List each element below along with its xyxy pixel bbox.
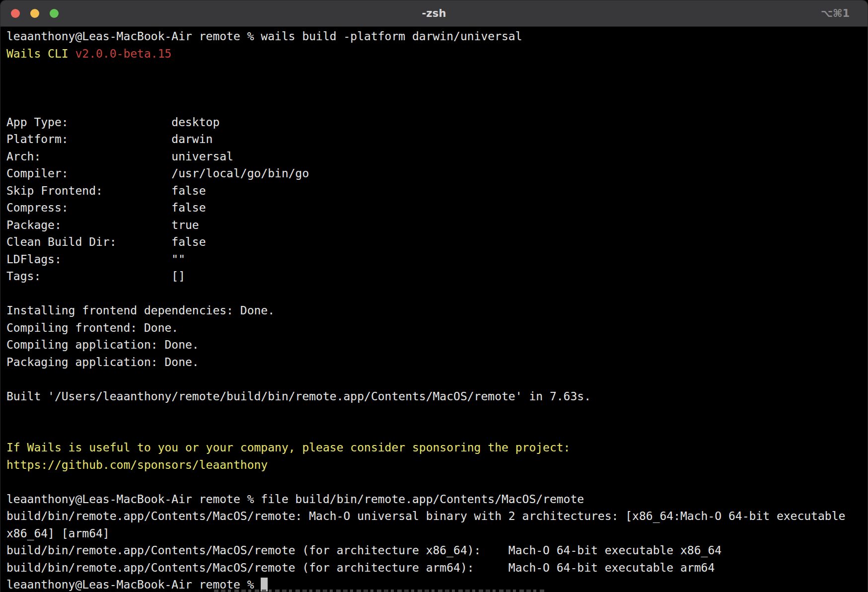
terminal-line: Skip Frontend: false: [6, 182, 868, 200]
terminal-text: Compiling application: Done.: [6, 338, 199, 351]
terminal-text: Tags: []: [6, 270, 185, 283]
clipped-background-text: [214, 590, 544, 592]
terminal-line: leaanthony@Leas-MacBook-Air remote % fil…: [6, 491, 868, 508]
terminal-text: Compiling frontend: Done.: [6, 321, 178, 334]
terminal-line: Compress: false: [6, 199, 868, 217]
terminal-text: If Wails is useful to you or your compan…: [6, 441, 570, 454]
window-shortcut-label: ⌥⌘1: [821, 0, 850, 26]
terminal-line: Clean Build Dir: false: [6, 233, 868, 251]
terminal-line: Arch: universal: [6, 148, 868, 165]
terminal-line: build/bin/remote.app/Contents/MacOS/remo…: [6, 508, 868, 525]
terminal-text: build/bin/remote.app/Contents/MacOS/remo…: [6, 561, 715, 574]
terminal-line: leaanthony@Leas-MacBook-Air remote % wai…: [6, 28, 868, 45]
terminal-line: Compiler: /usr/local/go/bin/go: [6, 165, 868, 182]
terminal-text: Skip Frontend: false: [6, 184, 206, 197]
terminal-window: -zsh ⌥⌘1 leaanthony@Leas-MacBook-Air rem…: [0, 0, 868, 592]
terminal-text: Package: true: [6, 219, 199, 231]
terminal-text: Platform: darwin: [6, 133, 213, 146]
terminal-line: [6, 422, 868, 440]
terminal-line: Package: true: [6, 217, 868, 234]
terminal-line: Wails CLI v2.0.0-beta.15: [6, 45, 868, 63]
terminal-text: Built '/Users/leaanthony/remote/build/bi…: [6, 390, 591, 403]
terminal-text: App Type: desktop: [6, 116, 219, 129]
terminal-line: build/bin/remote.app/Contents/MacOS/remo…: [6, 559, 868, 577]
terminal-line: [6, 473, 868, 491]
terminal-line: [6, 79, 868, 97]
terminal-line: LDFlags: "": [6, 251, 868, 268]
terminal-line: [6, 62, 868, 79]
terminal-text: Compiler: /usr/local/go/bin/go: [6, 167, 309, 180]
terminal-line: Platform: darwin: [6, 131, 868, 148]
terminal-line: Tags: []: [6, 268, 868, 285]
terminal-text: Arch: universal: [6, 150, 233, 163]
terminal-line: https://github.com/sponsors/leaanthony: [6, 456, 868, 474]
terminal-text: Clean Build Dir: false: [6, 235, 206, 248]
terminal-text: x86_64] [arm64]: [6, 527, 110, 540]
terminal-line: Built '/Users/leaanthony/remote/build/bi…: [6, 388, 868, 405]
terminal-text: Wails CLI: [6, 47, 75, 60]
terminal-text: Compress: false: [6, 201, 206, 214]
terminal-text: leaanthony@Leas-MacBook-Air remote % wai…: [6, 30, 522, 43]
terminal-line: [6, 285, 868, 302]
terminal-line: App Type: desktop: [6, 114, 868, 131]
terminal-text: https://github.com/sponsors/leaanthony: [6, 458, 268, 471]
terminal-output[interactable]: leaanthony@Leas-MacBook-Air remote % wai…: [0, 27, 868, 592]
close-button[interactable]: [11, 9, 20, 18]
traffic-lights: [11, 0, 59, 26]
terminal-text: Installing frontend dependencies: Done.: [6, 304, 275, 317]
terminal-line: Packaging application: Done.: [6, 354, 868, 371]
terminal-line: [6, 96, 868, 114]
terminal-line: [6, 370, 868, 388]
terminal-text: Packaging application: Done.: [6, 356, 199, 369]
terminal-line: If Wails is useful to you or your compan…: [6, 439, 868, 456]
zoom-button[interactable]: [50, 9, 59, 18]
terminal-line: Compiling application: Done.: [6, 336, 868, 354]
terminal-line: x86_64] [arm64]: [6, 525, 868, 542]
terminal-text: v2.0.0-beta.15: [75, 47, 171, 60]
terminal-line: Installing frontend dependencies: Done.: [6, 302, 868, 319]
terminal-line: Compiling frontend: Done.: [6, 319, 868, 337]
minimize-button[interactable]: [30, 9, 39, 18]
terminal-line: [6, 405, 868, 422]
terminal-text: build/bin/remote.app/Contents/MacOS/remo…: [6, 544, 722, 557]
terminal-text: LDFlags: "": [6, 253, 185, 266]
terminal-text: build/bin/remote.app/Contents/MacOS/remo…: [6, 510, 845, 522]
terminal-text: leaanthony@Leas-MacBook-Air remote % fil…: [6, 493, 584, 506]
window-title: -zsh: [0, 0, 868, 26]
titlebar[interactable]: -zsh ⌥⌘1: [0, 0, 868, 27]
terminal-line: build/bin/remote.app/Contents/MacOS/remo…: [6, 542, 868, 559]
